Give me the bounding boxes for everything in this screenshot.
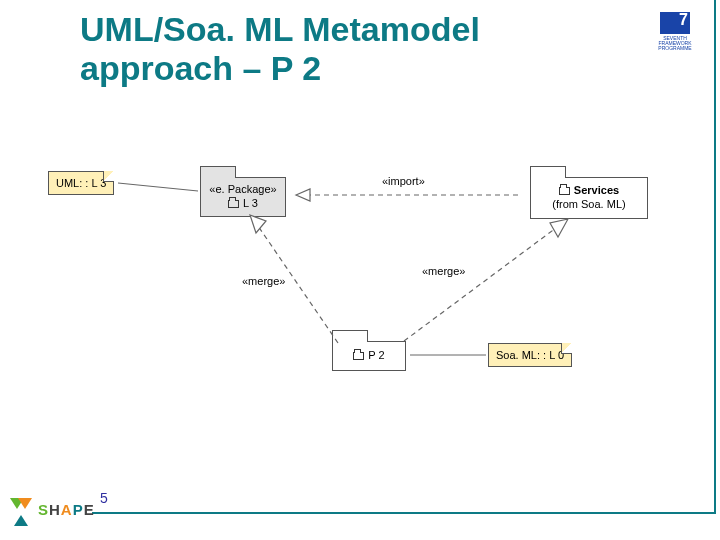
folder-icon (228, 200, 239, 208)
package-l3-name: L 3 (243, 197, 258, 211)
relation-import-label: «import» (382, 175, 425, 187)
merge-right-edge (404, 225, 560, 341)
arrowhead-icon (250, 215, 266, 233)
note-soaml-l0: Soa. ML: : L 0 (488, 343, 572, 367)
side-rule (714, 0, 716, 514)
fp7-badge: SEVENTH FRAMEWORK PROGRAMME (648, 12, 702, 70)
folder-icon (353, 352, 364, 360)
page-title: UML/Soa. ML Metamodel approach – P 2 (80, 10, 640, 88)
shape-logo-text: SHAPE (38, 501, 95, 518)
note-uml-l3-text: UML: : L 3 (56, 177, 106, 189)
package-tab-icon (200, 166, 236, 178)
uml-diagram: UML: : L 3 «e. Package» L 3 «import» Ser… (20, 145, 700, 415)
fp7-flag-icon (660, 12, 690, 34)
anchor-line (118, 183, 198, 191)
package-services-name: Services (574, 184, 619, 198)
package-l3-stereotype: «e. Package» (209, 183, 276, 197)
package-services-from: (from Soa. ML) (552, 198, 625, 212)
package-p2: P 2 (332, 341, 406, 371)
note-soaml-l0-text: Soa. ML: : L 0 (496, 349, 564, 361)
package-p2-name: P 2 (368, 349, 384, 363)
relation-merge-left-label: «merge» (242, 275, 285, 287)
arrowhead-icon (550, 219, 568, 237)
package-services: Services (from Soa. ML) (530, 177, 648, 219)
note-uml-l3: UML: : L 3 (48, 171, 114, 195)
arrowhead-icon (296, 189, 310, 201)
shape-logo-icon (10, 498, 36, 520)
fp7-line2: PROGRAMME (658, 46, 691, 51)
package-tab-icon (332, 330, 368, 342)
package-l3: «e. Package» L 3 (200, 177, 286, 217)
package-tab-icon (530, 166, 566, 178)
page-number: 5 (100, 490, 108, 506)
folder-icon (559, 187, 570, 195)
footer-rule (92, 512, 714, 514)
relation-merge-right-label: «merge» (422, 265, 465, 277)
shape-logo: SHAPE (10, 498, 95, 520)
